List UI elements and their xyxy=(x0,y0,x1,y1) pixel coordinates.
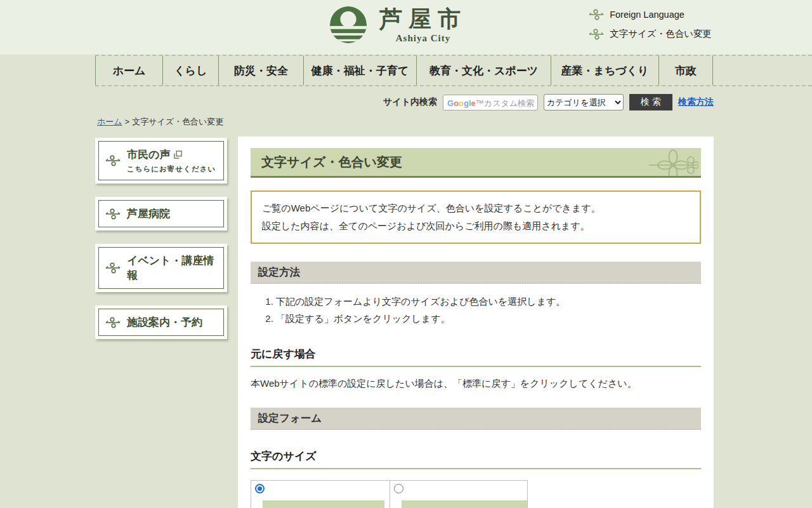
site-header: 芦屋市 Ashiya City Foreign Language xyxy=(0,0,812,55)
fontsize-option-standard[interactable]: 文字サイズ・色合い変更 ご覧のWebページについて文字の 設定した内容は、全ての… xyxy=(390,481,528,508)
fontsize-option-large[interactable]: 文字サイズ・色合い ご覧のWebページについて文 xyxy=(251,481,390,508)
nav-item-sangyou[interactable]: 産業・まちづくり xyxy=(551,56,658,85)
intro-line2: 設定した内容は、全てのページおよび次回からご利用の際も適用されます。 xyxy=(262,217,690,235)
nav-item-kenkou[interactable]: 健康・福祉・子育て xyxy=(303,56,416,85)
city-name-block: 芦屋市 Ashiya City xyxy=(379,5,467,44)
fontsize-radio-standard[interactable] xyxy=(394,484,403,493)
sidebar-label-event-kouza: イベント・講座情報 xyxy=(127,253,217,283)
site-search: サイト内検索 Google™カスタム検索 カテゴリを選択 検 索 検索方法 xyxy=(0,94,714,110)
text-size-color-link[interactable]: 文字サイズ・色合い変更 xyxy=(589,28,712,40)
sidebar-label-shimin-no-koe: 市民の声 xyxy=(127,147,170,162)
foreign-language-label: Foreign Language xyxy=(610,10,684,20)
fontsize-options: 文字サイズ・色合い ご覧のWebページについて文 文字サイズ・色合い変更 ご覧の… xyxy=(251,480,528,508)
search-label: サイト内検索 xyxy=(383,97,437,108)
branch-icon xyxy=(105,262,121,274)
branch-icon xyxy=(105,155,121,166)
restore-text: 本Webサイトの標準の設定に戻したい場合は、「標準に戻す」をクリックしてください… xyxy=(251,378,701,390)
search-input[interactable] xyxy=(443,95,538,110)
nav-item-bousai[interactable]: 防災・安全 xyxy=(218,56,303,85)
nav-item-kurashi[interactable]: くらし xyxy=(162,56,218,85)
breadcrumb-current: 文字サイズ・色合い変更 xyxy=(132,117,223,126)
content-layout: 市民の声 こちらにお寄せください xyxy=(95,137,812,508)
page-title: 文字サイズ・色合い変更 xyxy=(261,154,402,171)
sidebar-item-event-kouza[interactable]: イベント・講座情報 xyxy=(95,244,227,292)
nav-item-home[interactable]: ホーム xyxy=(95,56,162,85)
fontsize-radio-large[interactable] xyxy=(255,484,265,493)
sidebar-sublabel-shimin-no-koe: こちらにお寄せください xyxy=(127,164,216,174)
sidebar-item-shisetsu-yoyaku[interactable]: 施設案内・予約 xyxy=(95,305,227,339)
city-emblem-icon xyxy=(329,5,368,44)
text-size-color-label: 文字サイズ・色合い変更 xyxy=(610,28,712,40)
branch-icon xyxy=(105,208,121,220)
breadcrumb: ホーム>文字サイズ・色合い変更 xyxy=(97,116,812,128)
howto-heading: 設定方法 xyxy=(251,262,701,284)
search-category-select[interactable]: カテゴリを選択 xyxy=(544,94,624,110)
city-name-en: Ashiya City xyxy=(379,33,467,44)
external-link-icon xyxy=(174,150,182,159)
search-help-link[interactable]: 検索方法 xyxy=(678,97,714,108)
sidebar-item-shimin-no-koe[interactable]: 市民の声 こちらにお寄せください xyxy=(95,138,227,184)
fontsize-heading: 文字のサイズ xyxy=(251,449,701,469)
sidebar-item-ashiya-hospital[interactable]: 芦屋病院 xyxy=(95,197,227,231)
side-card-inner: イベント・講座情報 xyxy=(98,247,224,289)
breadcrumb-home-link[interactable]: ホーム xyxy=(97,117,122,126)
branch-icon xyxy=(105,317,121,328)
side-card-text: 市民の声 こちらにお寄せください xyxy=(127,147,216,174)
site-logo[interactable]: 芦屋市 Ashiya City xyxy=(329,5,467,44)
side-card-inner: 市民の声 こちらにお寄せください xyxy=(98,141,224,180)
preview-title: 文字サイズ・色合い変更 xyxy=(402,500,528,508)
side-card-inner: 芦屋病院 xyxy=(98,200,224,227)
page-title-banner: 文字サイズ・色合い変更 xyxy=(251,148,701,178)
page: 芦屋市 Ashiya City Foreign Language xyxy=(0,0,812,508)
intro-box: ご覧のWebページについて文字のサイズ、色合いを設定することができます。 設定し… xyxy=(251,190,701,244)
howto-steps: 下記の設定フォームより文字のサイズおよび色合いを選択します。 「設定する」ボタン… xyxy=(261,293,701,328)
howto-step-2: 「設定する」ボタンをクリックします。 xyxy=(276,310,701,328)
nav-item-shisei[interactable]: 市政 xyxy=(658,56,713,85)
branch-icon xyxy=(589,29,604,40)
fontsize-preview-standard: 文字サイズ・色合い変更 ご覧のWebページについて文字の 設定した内容は、全ての… xyxy=(402,500,528,508)
branch-icon xyxy=(589,9,604,20)
city-name: 芦屋市 xyxy=(379,5,467,33)
global-nav: ホーム くらし 防災・安全 健康・福祉・子育て 教育・文化・スポーツ 産業・まち… xyxy=(95,55,812,86)
main-content: 文字サイズ・色合い変更 ご覧のWebページについて文字のサイズ、色 xyxy=(238,137,714,508)
restore-heading: 元に戻す場合 xyxy=(251,347,701,367)
side-card-inner: 施設案内・予約 xyxy=(98,309,224,336)
search-input-wrap: Google™カスタム検索 xyxy=(443,95,538,110)
howto-step-1: 下記の設定フォームより文字のサイズおよび色合いを選択します。 xyxy=(276,293,701,311)
nav-item-kyouiku[interactable]: 教育・文化・スポーツ xyxy=(416,56,551,85)
intro-line1: ご覧のWebページについて文字のサイズ、色合いを設定することができます。 xyxy=(262,199,690,217)
foreign-language-link[interactable]: Foreign Language xyxy=(589,9,712,20)
form-heading: 設定フォーム xyxy=(251,408,701,430)
fontsize-preview-large: 文字サイズ・色合い ご覧のWebページについて文 xyxy=(263,500,390,508)
sidebar-label-shisetsu-yoyaku: 施設案内・予約 xyxy=(127,315,202,330)
flourish-ornament-icon xyxy=(649,149,698,178)
search-button[interactable]: 検 索 xyxy=(629,94,672,110)
sidebar-label-ashiya-hospital: 芦屋病院 xyxy=(127,206,170,221)
preview-title: 文字サイズ・色合い xyxy=(263,500,384,508)
header-utility-links: Foreign Language 文字サイズ・色合い変更 xyxy=(589,9,712,48)
breadcrumb-separator: > xyxy=(125,117,130,126)
sidebar: 市民の声 こちらにお寄せください xyxy=(95,138,227,352)
